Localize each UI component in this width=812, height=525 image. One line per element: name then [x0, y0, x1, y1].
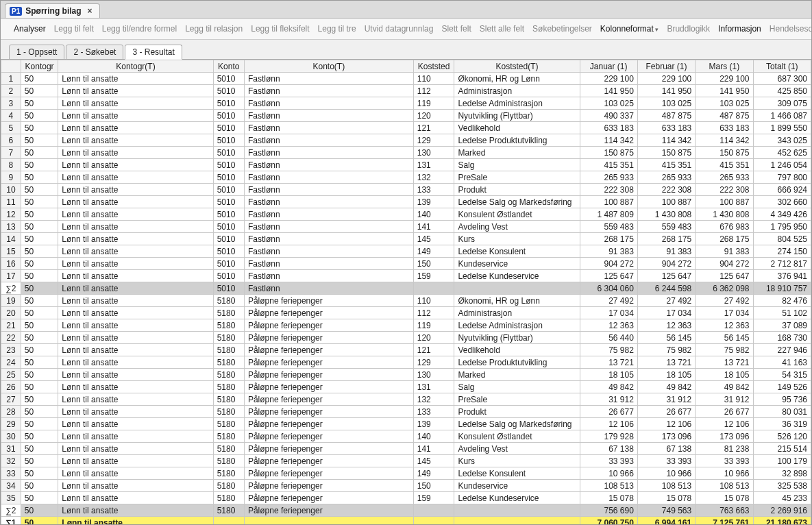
cell[interactable]: 9	[1, 171, 21, 184]
cell[interactable]: 130	[413, 147, 454, 159]
cell[interactable]: 29	[1, 418, 21, 430]
cell[interactable]: 222 308	[637, 184, 695, 196]
cell[interactable]: 21 180 673	[753, 517, 811, 525]
cell[interactable]: Marked	[454, 147, 580, 159]
cell[interactable]: 5010	[213, 282, 244, 295]
cell[interactable]: 114 342	[580, 134, 637, 147]
cell[interactable]: Vedlikehold	[454, 344, 580, 356]
cell[interactable]: Fastlønn	[244, 258, 413, 270]
cell[interactable]: 343 025	[753, 134, 811, 147]
cell[interactable]: 24	[1, 356, 21, 369]
cell[interactable]: 1 466 087	[753, 110, 811, 122]
cell[interactable]: 4	[1, 110, 21, 122]
column-header[interactable]: Totalt (1)	[753, 60, 811, 73]
cell[interactable]: 50	[21, 418, 58, 430]
cell[interactable]: 5010	[213, 73, 244, 85]
cell[interactable]: Lønn til ansatte	[58, 406, 213, 418]
subtotal-row[interactable]: ∑250Lønn til ansatte5180Påløpne feriepen…	[1, 504, 811, 517]
cell[interactable]: Avdeling Vest	[454, 221, 580, 233]
cell[interactable]: 50	[21, 393, 58, 406]
cell[interactable]: 376 941	[753, 270, 811, 282]
cell[interactable]: 1	[1, 73, 21, 85]
cell[interactable]: 12 363	[580, 319, 637, 332]
table-row[interactable]: 3450Lønn til ansatte5180Påløpne feriepen…	[1, 480, 811, 492]
table-row[interactable]: 150Lønn til ansatte5010Fastlønn110Økonom…	[1, 73, 811, 85]
cell[interactable]: 50	[21, 184, 58, 196]
column-header[interactable]: Koststed(T)	[454, 60, 580, 73]
cell[interactable]: 5010	[213, 270, 244, 282]
cell[interactable]: Ledelse Salg og Markedsføring	[454, 418, 580, 430]
cell[interactable]: 15	[1, 245, 21, 258]
cell[interactable]: Ledelse Administrasjon	[454, 97, 580, 110]
cell[interactable]: 268 175	[637, 233, 695, 245]
table-row[interactable]: 250Lønn til ansatte5010Fastlønn112Admini…	[1, 85, 811, 97]
cell[interactable]: 633 183	[637, 122, 695, 134]
column-header[interactable]: Kontogr	[21, 60, 58, 73]
table-row[interactable]: 3550Lønn til ansatte5180Påløpne feriepen…	[1, 492, 811, 504]
table-row[interactable]: 2150Lønn til ansatte5180Påløpne feriepen…	[1, 319, 811, 332]
cell[interactable]: 33	[1, 467, 21, 480]
cell[interactable]: 56 145	[637, 332, 695, 344]
cell[interactable]	[413, 282, 454, 295]
cell[interactable]: 26 677	[580, 406, 637, 418]
cell[interactable]: Fastlønn	[244, 97, 413, 110]
cell[interactable]: 50	[21, 208, 58, 221]
cell[interactable]: 5180	[213, 369, 244, 381]
cell[interactable]: Fastlønn	[244, 159, 413, 171]
cell[interactable]: 2 269 916	[753, 504, 811, 517]
cell[interactable]: Lønn til ansatte	[58, 480, 213, 492]
table-row[interactable]: 450Lønn til ansatte5010Fastlønn120Nyutvi…	[1, 110, 811, 122]
cell[interactable]: ∑2	[1, 504, 21, 517]
cell[interactable]: 50	[21, 504, 58, 517]
cell[interactable]: 12 106	[580, 418, 637, 430]
cell[interactable]: 3	[1, 97, 21, 110]
table-row[interactable]: 3350Lønn til ansatte5180Påløpne feriepen…	[1, 467, 811, 480]
cell[interactable]: 31 912	[637, 393, 695, 406]
cell[interactable]: Fastlønn	[244, 221, 413, 233]
cell[interactable]: 49 842	[580, 381, 637, 393]
table-row[interactable]: 1450Lønn til ansatte5010Fastlønn145Kurs2…	[1, 233, 811, 245]
menu-item-slett-alle-felt[interactable]: Slett alle felt	[476, 23, 528, 35]
table-row[interactable]: 2050Lønn til ansatte5180Påløpne feriepen…	[1, 307, 811, 319]
table-row[interactable]: 2750Lønn til ansatte5180Påløpne feriepen…	[1, 393, 811, 406]
cell[interactable]: Ledelse Administrasjon	[454, 319, 580, 332]
cell[interactable]: 5010	[213, 134, 244, 147]
cell[interactable]: 32	[1, 455, 21, 467]
view-tab-1-oppsett[interactable]: 1 - Oppsett	[9, 45, 64, 60]
cell[interactable]: 50	[21, 381, 58, 393]
cell[interactable]	[454, 504, 580, 517]
cell[interactable]: 32 898	[753, 467, 811, 480]
cell[interactable]: 6 362 098	[696, 282, 753, 295]
table-row[interactable]: 1950Lønn til ansatte5180Påløpne feriepen…	[1, 295, 811, 307]
cell[interactable]: Vedlikehold	[454, 122, 580, 134]
cell[interactable]: 80 031	[753, 406, 811, 418]
cell[interactable]: Produkt	[454, 184, 580, 196]
cell[interactable]: Fastlønn	[244, 147, 413, 159]
cell[interactable]: Lønn til ansatte	[58, 159, 213, 171]
cell[interactable]: Lønn til ansatte	[58, 430, 213, 443]
cell[interactable]: 415 351	[637, 159, 695, 171]
cell[interactable]: 150 875	[580, 147, 637, 159]
cell[interactable]: 141 950	[637, 85, 695, 97]
cell[interactable]: 150	[413, 258, 454, 270]
cell[interactable]: 75 982	[580, 344, 637, 356]
cell[interactable]: 1 899 550	[753, 122, 811, 134]
cell[interactable]: Fastlønn	[244, 196, 413, 208]
menu-item-s-kebetingelser[interactable]: Søkebetingelser	[529, 23, 595, 35]
cell[interactable]: 50	[21, 406, 58, 418]
cell[interactable]: 5180	[213, 356, 244, 369]
cell[interactable]: 50	[21, 196, 58, 208]
cell[interactable]: Lønn til ansatte	[58, 504, 213, 517]
cell[interactable]: Fastlønn	[244, 122, 413, 134]
cell[interactable]: 1 795 950	[753, 221, 811, 233]
cell[interactable]: 23	[1, 344, 21, 356]
cell[interactable]: 150 875	[637, 147, 695, 159]
cell[interactable]: PreSale	[454, 171, 580, 184]
cell[interactable]: 309 075	[753, 97, 811, 110]
cell[interactable]: 50	[21, 270, 58, 282]
cell[interactable]: 21	[1, 319, 21, 332]
cell[interactable]: 5010	[213, 221, 244, 233]
column-header[interactable]: Mars (1)	[696, 60, 753, 73]
cell[interactable]: 1 430 808	[696, 208, 753, 221]
cell[interactable]: 133	[413, 406, 454, 418]
